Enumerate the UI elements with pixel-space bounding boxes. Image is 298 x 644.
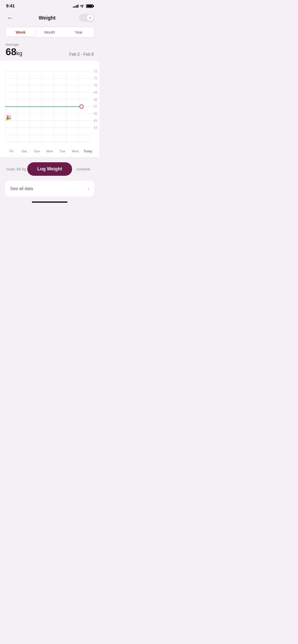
see-all-text: See all data <box>10 186 33 191</box>
stats-left: Average 68kg <box>6 42 22 57</box>
x-label-mon: Mon <box>43 149 56 153</box>
chart-svg: 73 72 70 69 68 67 66 64 63 <box>5 66 99 147</box>
status-icons <box>73 4 93 8</box>
chevron-right-icon: › <box>88 186 89 191</box>
svg-point-28 <box>80 105 83 109</box>
week-tab[interactable]: Week <box>6 28 35 36</box>
svg-text:66: 66 <box>94 112 97 115</box>
weight-unit: kg <box>16 50 22 56</box>
back-arrow-icon: ← <box>7 14 13 21</box>
x-label-sun: Sun <box>31 149 43 153</box>
x-label-today: Today <box>82 149 94 153</box>
wifi-icon <box>80 4 85 8</box>
page-title: Weight <box>39 15 56 21</box>
date-range: Feb 2 - Feb 8 <box>69 52 94 57</box>
bottom-section: Goal: 68 kg Log Weight 1x/week See all d… <box>0 157 99 196</box>
x-label-wed: Wed <box>69 149 82 153</box>
svg-text:70: 70 <box>94 84 97 87</box>
home-bar <box>32 201 67 203</box>
back-button[interactable]: ← <box>5 13 15 23</box>
trend-icon: ↗ <box>89 16 91 20</box>
goal-label: Goal: 68 kg <box>5 167 27 171</box>
see-all-card[interactable]: See all data › <box>5 181 94 196</box>
svg-text:63: 63 <box>94 126 97 129</box>
month-tab[interactable]: Month <box>35 28 64 36</box>
svg-text:64: 64 <box>94 119 97 122</box>
chart-x-labels: Fri Sat Sun Mon Tue Wed Today <box>0 147 99 157</box>
svg-text:73: 73 <box>94 69 97 73</box>
weight-number: 68 <box>6 47 16 57</box>
svg-text:67: 67 <box>94 105 97 108</box>
trend-toggle[interactable]: ↗ <box>79 14 94 22</box>
year-tab[interactable]: Year <box>64 28 93 36</box>
x-label-fri: Fri <box>5 149 18 153</box>
frequency-label: 1x/week <box>72 167 94 171</box>
status-bar: 9:41 <box>0 0 99 11</box>
home-indicator <box>0 196 99 206</box>
signal-icon <box>73 5 78 8</box>
segment-control: Week Month Year <box>5 27 94 37</box>
x-label-sat: Sat <box>18 149 31 153</box>
chart-wrapper: 🎉 73 72 <box>0 66 99 147</box>
weight-value: 68kg <box>6 47 22 57</box>
battery-icon <box>86 4 93 8</box>
log-weight-button[interactable]: Log Weight <box>27 162 72 176</box>
status-time: 9:41 <box>6 4 15 9</box>
average-label: Average <box>6 42 22 47</box>
svg-text:72: 72 <box>94 77 97 80</box>
svg-text:68: 68 <box>94 98 97 101</box>
svg-text:69: 69 <box>94 91 97 94</box>
stats-section: Average 68kg Feb 2 - Feb 8 <box>0 41 99 61</box>
header: ← Weight ↗ <box>0 11 99 26</box>
trend-toggle-knob: ↗ <box>87 14 93 21</box>
chart-section: 🎉 73 72 <box>0 61 99 157</box>
log-row: Goal: 68 kg Log Weight 1x/week <box>5 162 94 176</box>
x-label-tue: Tue <box>56 149 69 153</box>
